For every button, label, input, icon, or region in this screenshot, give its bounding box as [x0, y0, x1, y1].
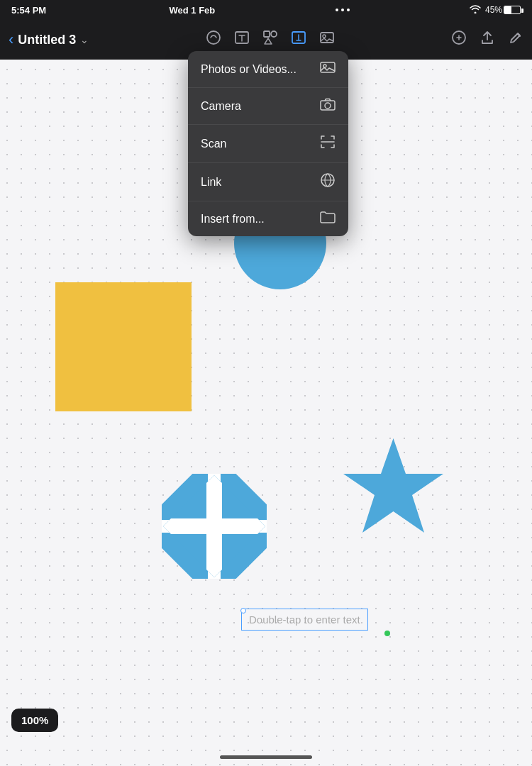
- status-right: 45%: [470, 5, 521, 16]
- status-bar: 5:54 PM Wed 1 Feb 45%: [0, 0, 532, 20]
- menu-item-camera-label: Camera: [201, 100, 241, 113]
- text-placeholder-box[interactable]: Double-tap to enter text: [241, 609, 368, 631]
- menu-item-insert-from-label: Insert from...: [201, 213, 265, 226]
- status-time: 5:54 PM: [11, 5, 46, 16]
- menu-item-photos-videos-label: Photos or Videos...: [201, 63, 297, 76]
- status-date: Wed 1 Feb: [169, 5, 215, 16]
- media-tool-icon[interactable]: [319, 30, 335, 50]
- shape-square[interactable]: [55, 282, 192, 411]
- menu-item-link-label: Link: [201, 176, 221, 189]
- svg-point-20: [325, 103, 331, 109]
- wifi-icon: [470, 5, 481, 16]
- shape-star[interactable]: [342, 435, 445, 537]
- menu-item-photos-videos[interactable]: Photos or Videos...: [188, 51, 348, 88]
- link-icon: [320, 172, 336, 192]
- shapes-tool-icon[interactable]: [262, 30, 278, 50]
- back-button[interactable]: ‹: [9, 30, 13, 49]
- nav-tools: [206, 30, 335, 50]
- edit-icon[interactable]: [508, 30, 523, 50]
- svg-rect-2: [264, 31, 270, 37]
- battery-percent: 45%: [485, 5, 502, 15]
- battery-indicator: 45%: [485, 5, 521, 15]
- menu-item-scan[interactable]: Scan: [188, 125, 348, 163]
- camera-icon: [320, 97, 336, 115]
- share-icon[interactable]: [480, 30, 495, 50]
- nav-title-group: Untitled 3 ⌄: [18, 33, 89, 48]
- menu-item-insert-from[interactable]: Insert from...: [188, 201, 348, 236]
- svg-point-0: [207, 31, 220, 44]
- svg-rect-17: [321, 62, 335, 72]
- text-tool-icon[interactable]: [234, 30, 250, 50]
- svg-point-6: [323, 35, 326, 38]
- zoom-badge[interactable]: 100%: [11, 709, 58, 732]
- shape-diamond[interactable]: [162, 474, 267, 579]
- menu-item-camera[interactable]: Camera: [188, 88, 348, 125]
- status-center-dots: [336, 9, 350, 11]
- title-chevron-icon[interactable]: ⌄: [80, 34, 89, 45]
- scan-icon: [320, 134, 336, 153]
- insert-text-tool-icon[interactable]: [291, 30, 306, 50]
- zoom-level: 100%: [21, 714, 48, 726]
- text-box-handle-br[interactable]: [384, 631, 390, 636]
- insert-dropdown-menu: Photos or Videos... Camera Scan: [188, 51, 348, 236]
- text-box-handle-tl[interactable]: [240, 608, 246, 614]
- more-options-icon[interactable]: [451, 30, 467, 50]
- draw-tool-icon[interactable]: [206, 30, 221, 50]
- photos-icon: [320, 60, 336, 78]
- home-bar: [220, 755, 312, 759]
- svg-point-3: [271, 31, 277, 37]
- nav-right-tools: [451, 30, 523, 50]
- svg-marker-16: [343, 438, 443, 533]
- menu-item-scan-label: Scan: [201, 138, 226, 150]
- svg-rect-15: [162, 518, 267, 534]
- folder-icon: [320, 211, 336, 227]
- document-title: Untitled 3: [18, 33, 76, 48]
- text-placeholder-label: Double-tap to enter text: [249, 614, 360, 626]
- menu-item-link[interactable]: Link: [188, 163, 348, 201]
